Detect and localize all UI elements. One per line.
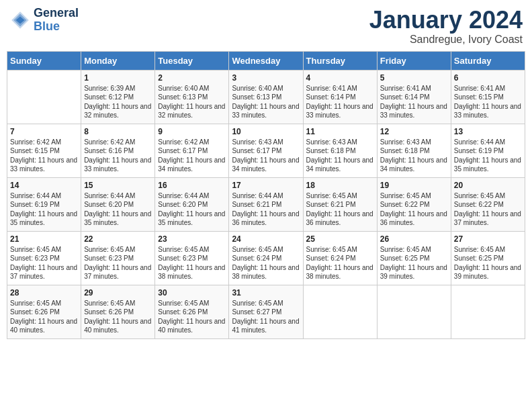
calendar-cell: 26Sunrise: 6:45 AM Sunset: 6:25 PM Dayli…	[377, 231, 451, 285]
calendar-cell: 15Sunrise: 6:44 AM Sunset: 6:20 PM Dayli…	[81, 177, 155, 231]
day-number: 19	[380, 181, 448, 190]
calendar-cell: 5Sunrise: 6:41 AM Sunset: 6:14 PM Daylig…	[377, 70, 451, 124]
calendar-cell: 30Sunrise: 6:45 AM Sunset: 6:26 PM Dayli…	[155, 285, 229, 338]
day-content: Sunrise: 6:39 AM Sunset: 6:12 PM Dayligh…	[84, 84, 152, 120]
calendar-cell: 17Sunrise: 6:44 AM Sunset: 6:21 PM Dayli…	[229, 177, 303, 231]
day-number: 23	[158, 234, 226, 244]
calendar-cell: 10Sunrise: 6:43 AM Sunset: 6:17 PM Dayli…	[229, 124, 303, 177]
calendar-cell: 31Sunrise: 6:45 AM Sunset: 6:27 PM Dayli…	[229, 285, 303, 338]
calendar-cell: 8Sunrise: 6:42 AM Sunset: 6:16 PM Daylig…	[81, 124, 155, 177]
day-number: 25	[306, 234, 374, 244]
calendar-cell: 7Sunrise: 6:42 AM Sunset: 6:15 PM Daylig…	[7, 124, 81, 177]
logo-icon	[9, 9, 31, 31]
day-content: Sunrise: 6:45 AM Sunset: 6:26 PM Dayligh…	[158, 299, 226, 335]
day-content: Sunrise: 6:41 AM Sunset: 6:15 PM Dayligh…	[454, 84, 522, 120]
calendar-cell: 27Sunrise: 6:45 AM Sunset: 6:25 PM Dayli…	[451, 231, 525, 285]
day-number: 20	[454, 181, 522, 190]
day-number: 15	[84, 181, 152, 190]
calendar-cell: 4Sunrise: 6:41 AM Sunset: 6:14 PM Daylig…	[303, 70, 377, 124]
calendar-week-row: 7Sunrise: 6:42 AM Sunset: 6:15 PM Daylig…	[7, 124, 525, 177]
day-number: 3	[232, 73, 300, 83]
day-content: Sunrise: 6:45 AM Sunset: 6:23 PM Dayligh…	[158, 245, 226, 281]
day-number: 13	[454, 127, 522, 136]
calendar-cell: 21Sunrise: 6:45 AM Sunset: 6:23 PM Dayli…	[7, 231, 81, 285]
day-content: Sunrise: 6:42 AM Sunset: 6:17 PM Dayligh…	[158, 138, 226, 174]
day-number: 9	[158, 127, 226, 136]
day-content: Sunrise: 6:45 AM Sunset: 6:23 PM Dayligh…	[84, 245, 152, 281]
calendar-cell: 14Sunrise: 6:44 AM Sunset: 6:19 PM Dayli…	[7, 177, 81, 231]
calendar-cell: 22Sunrise: 6:45 AM Sunset: 6:23 PM Dayli…	[81, 231, 155, 285]
calendar-cell: 13Sunrise: 6:44 AM Sunset: 6:19 PM Dayli…	[451, 124, 525, 177]
day-content: Sunrise: 6:41 AM Sunset: 6:14 PM Dayligh…	[306, 84, 374, 120]
day-number: 26	[380, 234, 448, 244]
day-content: Sunrise: 6:44 AM Sunset: 6:19 PM Dayligh…	[454, 138, 522, 174]
day-number: 14	[10, 181, 78, 190]
day-content: Sunrise: 6:45 AM Sunset: 6:21 PM Dayligh…	[306, 191, 374, 228]
day-content: Sunrise: 6:44 AM Sunset: 6:21 PM Dayligh…	[232, 191, 300, 228]
day-number: 18	[306, 181, 374, 190]
day-number: 21	[10, 234, 78, 244]
calendar-cell: 9Sunrise: 6:42 AM Sunset: 6:17 PM Daylig…	[155, 124, 229, 177]
day-content: Sunrise: 6:45 AM Sunset: 6:26 PM Dayligh…	[10, 299, 78, 335]
title-block: January 2024 Sandregue, Ivory Coast	[369, 7, 523, 46]
day-number: 17	[232, 181, 300, 190]
calendar-week-row: 1Sunrise: 6:39 AM Sunset: 6:12 PM Daylig…	[7, 70, 525, 124]
weekday-header: Monday	[81, 51, 155, 70]
weekday-header: Friday	[377, 51, 451, 70]
day-number: 6	[454, 73, 522, 83]
weekday-header: Wednesday	[229, 51, 303, 70]
day-number: 12	[380, 127, 448, 136]
logo: General Blue	[9, 7, 79, 34]
calendar-cell: 29Sunrise: 6:45 AM Sunset: 6:26 PM Dayli…	[81, 285, 155, 338]
day-number: 28	[10, 288, 78, 298]
day-number: 22	[84, 234, 152, 244]
day-number: 29	[84, 288, 152, 298]
calendar-cell	[451, 285, 525, 338]
calendar-cell	[303, 285, 377, 338]
day-number: 5	[380, 73, 448, 83]
day-content: Sunrise: 6:45 AM Sunset: 6:27 PM Dayligh…	[232, 299, 300, 335]
day-content: Sunrise: 6:45 AM Sunset: 6:26 PM Dayligh…	[84, 299, 152, 335]
calendar-cell: 16Sunrise: 6:44 AM Sunset: 6:20 PM Dayli…	[155, 177, 229, 231]
day-content: Sunrise: 6:45 AM Sunset: 6:24 PM Dayligh…	[306, 245, 374, 281]
weekday-header: Tuesday	[155, 51, 229, 70]
day-content: Sunrise: 6:42 AM Sunset: 6:15 PM Dayligh…	[10, 138, 78, 174]
weekday-header: Sunday	[7, 51, 81, 70]
day-content: Sunrise: 6:41 AM Sunset: 6:14 PM Dayligh…	[380, 84, 448, 120]
day-number: 11	[306, 127, 374, 136]
day-content: Sunrise: 6:45 AM Sunset: 6:25 PM Dayligh…	[380, 245, 448, 281]
calendar-cell: 25Sunrise: 6:45 AM Sunset: 6:24 PM Dayli…	[303, 231, 377, 285]
day-content: Sunrise: 6:44 AM Sunset: 6:20 PM Dayligh…	[158, 191, 226, 228]
day-content: Sunrise: 6:43 AM Sunset: 6:18 PM Dayligh…	[306, 138, 374, 174]
day-number: 8	[84, 127, 152, 136]
calendar-cell: 2Sunrise: 6:40 AM Sunset: 6:13 PM Daylig…	[155, 70, 229, 124]
day-content: Sunrise: 6:44 AM Sunset: 6:19 PM Dayligh…	[10, 191, 78, 228]
calendar-cell: 18Sunrise: 6:45 AM Sunset: 6:21 PM Dayli…	[303, 177, 377, 231]
day-number: 27	[454, 234, 522, 244]
day-content: Sunrise: 6:45 AM Sunset: 6:24 PM Dayligh…	[232, 245, 300, 281]
day-number: 24	[232, 234, 300, 244]
calendar-header: SundayMondayTuesdayWednesdayThursdayFrid…	[7, 51, 525, 70]
day-number: 30	[158, 288, 226, 298]
calendar-cell: 12Sunrise: 6:43 AM Sunset: 6:18 PM Dayli…	[377, 124, 451, 177]
weekday-header: Thursday	[303, 51, 377, 70]
day-number: 10	[232, 127, 300, 136]
calendar-week-row: 21Sunrise: 6:45 AM Sunset: 6:23 PM Dayli…	[7, 231, 525, 285]
logo-text: General Blue	[34, 7, 79, 34]
day-content: Sunrise: 6:40 AM Sunset: 6:13 PM Dayligh…	[158, 84, 226, 120]
calendar-cell: 3Sunrise: 6:40 AM Sunset: 6:13 PM Daylig…	[229, 70, 303, 124]
calendar-body: 1Sunrise: 6:39 AM Sunset: 6:12 PM Daylig…	[7, 70, 525, 338]
calendar-cell: 23Sunrise: 6:45 AM Sunset: 6:23 PM Dayli…	[155, 231, 229, 285]
day-number: 31	[232, 288, 300, 298]
day-content: Sunrise: 6:42 AM Sunset: 6:16 PM Dayligh…	[84, 138, 152, 174]
day-content: Sunrise: 6:43 AM Sunset: 6:17 PM Dayligh…	[232, 138, 300, 174]
day-content: Sunrise: 6:45 AM Sunset: 6:22 PM Dayligh…	[380, 191, 448, 228]
day-content: Sunrise: 6:45 AM Sunset: 6:22 PM Dayligh…	[454, 191, 522, 228]
calendar-cell	[377, 285, 451, 338]
calendar-subtitle: Sandregue, Ivory Coast	[369, 34, 523, 46]
calendar-cell: 24Sunrise: 6:45 AM Sunset: 6:24 PM Dayli…	[229, 231, 303, 285]
calendar-week-row: 28Sunrise: 6:45 AM Sunset: 6:26 PM Dayli…	[7, 285, 525, 338]
calendar-table: SundayMondayTuesdayWednesdayThursdayFrid…	[7, 51, 525, 339]
day-number: 16	[158, 181, 226, 190]
day-number: 1	[84, 73, 152, 83]
